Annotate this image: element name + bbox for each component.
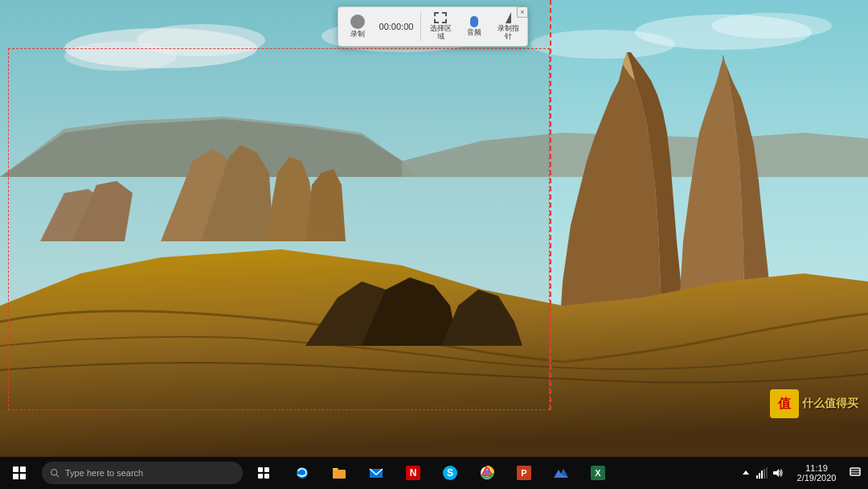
task-view-icon [257,466,270,479]
svg-marker-48 [773,469,779,477]
news-icon: N [406,466,420,480]
select-area-label: 选择区 域 [430,25,452,41]
chrome-icon [480,466,494,480]
svg-rect-43 [756,475,758,479]
svg-point-8 [711,13,832,39]
svg-rect-46 [764,469,765,479]
excel-icon: X [591,466,605,480]
svg-rect-33 [264,474,269,479]
taskbar-app-icons: N S P X [285,457,616,489]
file-explorer-btn[interactable] [321,457,357,489]
excel-btn[interactable]: X [580,457,616,489]
clock-date: 2/19/2020 [797,473,837,483]
svg-point-28 [51,469,57,475]
audio-button[interactable]: 音频 [460,14,489,39]
start-button[interactable] [0,457,39,489]
task-view-button[interactable] [246,457,281,489]
skype-icon: S [443,466,457,480]
clock-time: 11:19 [805,463,828,473]
chrome-btn[interactable] [469,457,505,489]
watermark: 值 什么值得买 [770,389,858,418]
recording-toolbar: × 录制 00:00:00 选择区 域 音频 录制指 针 [338,6,528,47]
svg-rect-30 [258,467,263,472]
svg-marker-42 [743,471,749,475]
svg-rect-49 [850,468,860,475]
search-icon [50,468,60,479]
crop-line [550,0,551,410]
wallpaper [0,0,868,457]
svg-line-29 [56,475,59,477]
cursor-icon [506,12,511,23]
desktop: × 录制 00:00:00 选择区 域 音频 录制指 针 值 什么值得买 [0,0,868,457]
select-area-button[interactable]: 选择区 域 [426,10,455,43]
edge-icon-btn[interactable] [285,457,320,489]
powerpoint-btn[interactable]: P [506,457,542,489]
taskbar: Type here to search [0,457,868,489]
windows-logo [13,466,26,479]
system-clock[interactable]: 11:19 2/19/2020 [789,463,844,483]
recording-timer: 00:00:00 [377,22,416,31]
network-indicator-icon [756,467,768,479]
maps-icon [554,466,568,480]
network-icon[interactable] [755,466,768,479]
tray-icons [739,466,784,479]
toolbar-divider [420,12,421,41]
show-hidden-icons[interactable] [739,466,752,479]
svg-rect-31 [264,467,269,472]
system-tray: 11:19 2/19/2020 [733,457,868,489]
toolbar-close-button[interactable]: × [517,6,528,18]
news-btn[interactable]: N [395,457,431,489]
powerpoint-icon: P [517,466,531,480]
svg-marker-36 [333,468,338,470]
audio-label: 音频 [467,29,481,37]
skype-btn[interactable]: S [432,457,468,489]
svg-rect-44 [759,473,760,479]
edge-icon [295,466,309,480]
svg-rect-45 [761,471,763,479]
maps-btn[interactable] [543,457,579,489]
watermark-text: 什么值得买 [802,397,858,411]
svg-rect-27 [0,0,550,410]
search-bar[interactable]: Type here to search [42,462,243,484]
watermark-icon: 值 [770,389,799,418]
mail-btn[interactable] [358,457,394,489]
record-cursor-label: 录制指 针 [497,25,519,41]
select-area-icon [434,12,447,23]
record-label: 录制 [350,31,365,39]
mail-icon [369,466,383,480]
notification-center[interactable] [849,466,862,479]
svg-rect-47 [766,467,768,479]
chevron-up-icon [742,469,750,477]
volume-icon[interactable] [772,466,784,479]
svg-rect-32 [258,474,263,479]
microphone-icon [470,16,478,27]
volume-indicator-icon [772,467,784,479]
record-button[interactable]: 录制 [343,13,372,40]
file-explorer-icon [332,466,346,480]
notification-icon [850,467,861,479]
record-icon [350,14,365,29]
svg-rect-35 [333,470,346,479]
search-placeholder: Type here to search [65,468,143,478]
